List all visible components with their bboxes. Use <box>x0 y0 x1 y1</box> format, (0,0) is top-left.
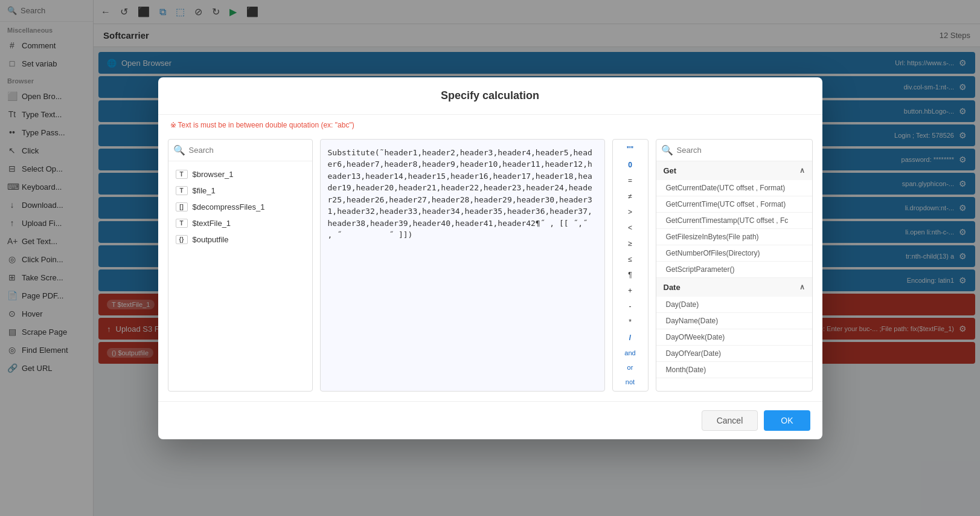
variable-name: $textFile_1 <box>193 219 231 228</box>
operator-not[interactable]: not <box>615 375 645 389</box>
function-group-date[interactable]: Date ∧ <box>656 278 812 297</box>
var-type-badge: [] <box>176 202 188 211</box>
operators-panel: "" 0 = ≠ > < ≥ ≤ ¶ + - * / and or not <box>612 139 649 392</box>
function-item[interactable]: GetNumberOfFiles(Directory) <box>656 245 812 262</box>
variable-name: $decompressFiles_1 <box>193 202 265 211</box>
variable-item-outputfile[interactable]: {} $outputfile <box>168 231 312 248</box>
function-item[interactable]: Day(Date) <box>656 297 812 313</box>
variable-name: $outputfile <box>193 235 229 244</box>
chevron-up-icon: ∧ <box>799 283 805 291</box>
expression-textarea[interactable]: Substitute(˜header1,header2,header3,head… <box>320 139 605 392</box>
chevron-up-icon: ∧ <box>799 166 805 175</box>
variable-name: $browser_1 <box>193 170 234 179</box>
function-item[interactable]: DayName(Date) <box>656 313 812 329</box>
function-item[interactable]: Month(Date) <box>656 362 812 378</box>
var-type-badge: T <box>176 170 188 179</box>
variable-item-decompressfiles[interactable]: [] $decompressFiles_1 <box>168 199 312 215</box>
operator-gt[interactable]: > <box>615 205 645 219</box>
operator-quotes[interactable]: "" <box>615 142 645 156</box>
function-group-name: Date <box>664 283 681 292</box>
variable-item-textfile1[interactable]: T $textFile_1 <box>168 215 312 231</box>
operator-and[interactable]: and <box>615 346 645 360</box>
operator-zero[interactable]: 0 <box>615 158 645 172</box>
cancel-button[interactable]: Cancel <box>702 410 758 431</box>
function-item[interactable]: GetScriptParameter() <box>656 262 812 278</box>
modal-overlay[interactable]: Specify calculation ※ Text is must be in… <box>0 0 980 516</box>
function-group-get[interactable]: Get ∧ <box>656 161 812 180</box>
operator-para[interactable]: ¶ <box>615 268 645 282</box>
modal-title: Specify calculation <box>158 77 822 115</box>
operator-multiply[interactable]: * <box>615 315 645 329</box>
function-item[interactable]: DayOfWeek(Date) <box>656 329 812 346</box>
function-item[interactable]: GetCurrentTime(UTC offset , Format) <box>656 196 812 213</box>
function-item[interactable]: GetCurrentDate(UTC offset , Format) <box>656 180 812 196</box>
modal-body: 🔍 T $browser_1 T $file_1 [] $decompressF… <box>158 129 822 401</box>
operator-gte[interactable]: ≥ <box>615 236 645 251</box>
variables-panel: 🔍 T $browser_1 T $file_1 [] $decompressF… <box>168 139 313 392</box>
variable-name: $file_1 <box>193 186 216 195</box>
specify-calculation-modal: Specify calculation ※ Text is must be in… <box>158 77 822 439</box>
function-item[interactable]: DayOfYear(Date) <box>656 346 812 362</box>
operator-divide[interactable]: / <box>615 331 645 345</box>
modal-footer: Cancel OK <box>158 401 822 439</box>
search-icon: 🔍 <box>661 144 673 156</box>
funcs-search-container[interactable]: 🔍 <box>656 140 812 161</box>
funcs-search-input[interactable] <box>677 146 807 155</box>
function-item[interactable]: GetCurrentTimestamp(UTC offset , Fc <box>656 213 812 229</box>
var-type-badge: {} <box>176 235 188 244</box>
ok-button[interactable]: OK <box>764 410 810 431</box>
modal-note: ※ Text is must be in between double quot… <box>158 115 822 129</box>
operator-notequals[interactable]: ≠ <box>615 189 645 204</box>
variable-item-file1[interactable]: T $file_1 <box>168 182 312 199</box>
operator-plus[interactable]: + <box>615 283 645 298</box>
expression-panel: Substitute(˜header1,header2,header3,head… <box>320 139 605 392</box>
operator-equals[interactable]: = <box>615 173 645 188</box>
operator-or[interactable]: or <box>615 361 645 374</box>
vars-search-input[interactable] <box>189 146 307 155</box>
functions-scroll: Get ∧ GetCurrentDate(UTC offset , Format… <box>656 161 812 391</box>
var-type-badge: T <box>176 186 188 195</box>
function-group-name: Get <box>664 166 677 175</box>
functions-panel: 🔍 Get ∧ GetCurrentDate(UTC offset , Form… <box>656 139 813 392</box>
operator-lte[interactable]: ≤ <box>615 252 645 266</box>
variable-item-browser1[interactable]: T $browser_1 <box>168 166 312 182</box>
var-type-badge: T <box>176 219 188 228</box>
function-item[interactable]: GetFilesizeInBytes(File path) <box>656 229 812 245</box>
variables-list: T $browser_1 T $file_1 [] $decompressFil… <box>168 161 312 391</box>
operator-lt[interactable]: < <box>615 221 645 235</box>
search-icon: 🔍 <box>173 144 185 156</box>
operator-minus[interactable]: - <box>615 299 645 314</box>
vars-search-container[interactable]: 🔍 <box>168 140 312 161</box>
